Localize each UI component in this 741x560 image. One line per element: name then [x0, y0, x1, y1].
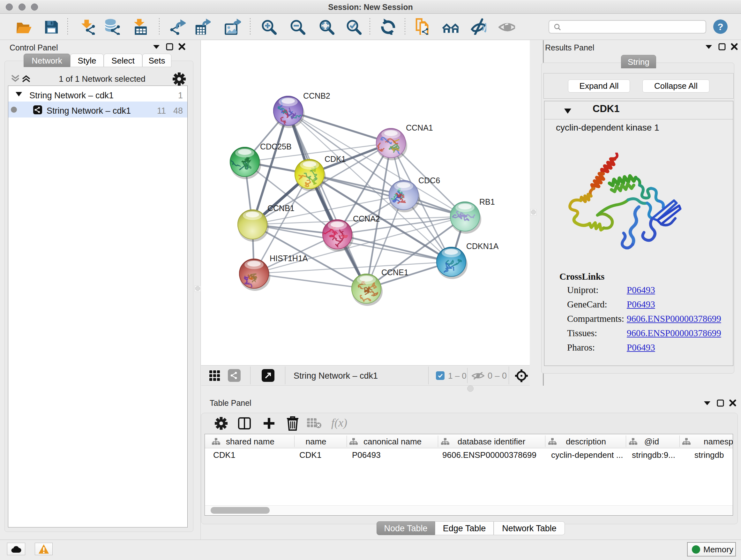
svg-text:CDC6: CDC6: [418, 176, 440, 185]
svg-text:CCNE1: CCNE1: [381, 268, 408, 277]
svg-text:CDKN1A: CDKN1A: [466, 242, 499, 251]
svg-text:RB1: RB1: [479, 197, 495, 206]
svg-text:CCNB2: CCNB2: [303, 91, 330, 100]
svg-text:CDK1: CDK1: [325, 154, 346, 164]
svg-text:CCNA2: CCNA2: [353, 214, 380, 223]
svg-text:CDC25B: CDC25B: [260, 142, 292, 151]
svg-text:CCNA1: CCNA1: [406, 123, 433, 132]
svg-text:HIST1H1A: HIST1H1A: [270, 254, 308, 263]
svg-text:CCNB1: CCNB1: [267, 204, 294, 212]
